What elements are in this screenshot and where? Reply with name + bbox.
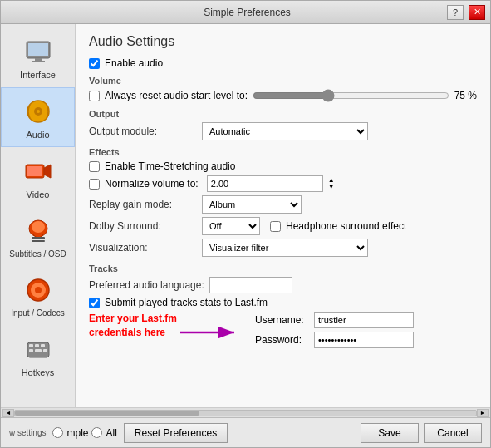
password-label: Password:: [255, 334, 309, 346]
scrollbar-track[interactable]: [14, 410, 477, 416]
viz-row: Visualization: Visualizer filter: [89, 239, 477, 257]
all-radio[interactable]: [91, 427, 102, 438]
replay-row: Replay gain mode: Album Track None: [89, 195, 477, 214]
enable-audio-row: Enable audio: [89, 57, 477, 69]
tracks-header: Tracks: [89, 263, 477, 273]
all-label: All: [106, 427, 116, 439]
username-row: Username:: [255, 312, 414, 328]
svg-rect-23: [43, 349, 47, 352]
sidebar-label-audio: Audio: [26, 130, 49, 140]
radio-group: mple All: [52, 427, 116, 439]
sidebar-item-video[interactable]: Video: [1, 147, 75, 207]
svg-rect-22: [35, 349, 42, 352]
cancel-button[interactable]: Cancel: [424, 423, 482, 443]
save-button[interactable]: Save: [361, 423, 419, 443]
volume-value: 75 %: [454, 90, 477, 101]
sidebar-label-video: Video: [27, 190, 50, 199]
annotation-container: Enter your Last.fm credentials here: [89, 312, 238, 340]
svg-rect-12: [32, 237, 45, 239]
sidebar-label-interface: Interface: [20, 70, 56, 80]
subtitles-icon: [22, 214, 55, 248]
volume-reset-row: Always reset audio start level to: 75 %: [89, 89, 477, 102]
scroll-right-arrow[interactable]: ►: [477, 409, 489, 417]
close-button[interactable]: ✕: [469, 5, 485, 20]
timestretch-row: Enable Time-Stretching audio: [89, 160, 477, 172]
normalize-row: Normalize volume to: ▲ ▼: [89, 175, 477, 192]
sidebar-label-subtitles: Subtitles / OSD: [9, 249, 66, 258]
sidebar-item-subtitles[interactable]: Subtitles / OSD: [1, 207, 75, 266]
svg-point-11: [32, 221, 45, 233]
svg-rect-18: [29, 344, 33, 347]
svg-rect-20: [41, 344, 45, 347]
headphone-label: Headphone surround effect: [286, 220, 406, 232]
sidebar-item-input[interactable]: Input / Codecs: [1, 266, 75, 325]
timestretch-checkbox[interactable]: [89, 161, 100, 172]
video-icon: [22, 155, 55, 188]
settings-label: w settings: [9, 428, 46, 437]
interface-icon: [22, 35, 55, 68]
svg-point-6: [37, 110, 40, 113]
dolby-select[interactable]: Off On Auto: [202, 217, 260, 235]
sidebar-item-audio[interactable]: Audio: [1, 87, 75, 147]
sidebar-label-input: Input / Codecs: [11, 308, 64, 318]
input-icon: [22, 273, 55, 307]
output-header: Output: [89, 109, 477, 119]
output-module-row: Output module: Automatic: [89, 122, 477, 140]
scroll-left-arrow[interactable]: ◄: [2, 409, 14, 417]
sidebar-item-hotkeys[interactable]: Hotkeys: [1, 325, 75, 385]
simple-label: mple: [66, 427, 88, 439]
svg-rect-13: [32, 240, 45, 242]
titlebar-buttons: ? ✕: [447, 5, 485, 20]
svg-marker-8: [44, 165, 51, 178]
annotation-arrow-icon: [180, 320, 247, 345]
output-module-label: Output module:: [89, 126, 197, 137]
simple-radio[interactable]: [52, 427, 63, 438]
volume-header: Volume: [89, 76, 477, 86]
enable-audio-checkbox[interactable]: [89, 58, 100, 69]
svg-rect-3: [32, 61, 45, 62]
headphone-checkbox[interactable]: [270, 221, 281, 232]
timestretch-label: Enable Time-Stretching audio: [105, 160, 235, 172]
main-area: Interface Audio: [1, 24, 490, 407]
volume-slider[interactable]: [253, 89, 449, 102]
password-input[interactable]: [314, 332, 414, 348]
sidebar-label-hotkeys: Hotkeys: [22, 367, 55, 377]
window-title: Simple Preferences: [47, 7, 447, 18]
viz-select[interactable]: Visualizer filter: [202, 239, 368, 257]
scrollbar-thumb[interactable]: [15, 411, 199, 416]
page-title: Audio Settings: [89, 34, 477, 49]
replay-select[interactable]: Album Track None: [202, 195, 302, 214]
lastfm-row: Submit played tracks stats to Last.fm: [89, 297, 477, 308]
preferred-lang-label: Preferred audio language:: [89, 279, 204, 291]
help-button[interactable]: ?: [447, 5, 464, 20]
lastfm-credentials-area: Enter your Last.fm credentials here: [89, 312, 477, 352]
svg-rect-1: [28, 43, 48, 56]
hotkeys-icon: [22, 332, 55, 366]
bottom-right: Save Cancel: [361, 423, 482, 443]
bottom-bar: w settings mple All Reset Preferences Sa…: [1, 417, 490, 447]
content-area: Audio Settings Enable audio Volume Alway…: [76, 24, 490, 407]
lastfm-checkbox[interactable]: [89, 298, 100, 308]
svg-point-16: [35, 287, 42, 293]
credentials-fields: Username: Password:: [255, 312, 414, 352]
sidebar-item-interface[interactable]: Interface: [1, 27, 75, 87]
replay-label: Replay gain mode:: [89, 199, 197, 210]
main-window: Simple Preferences ? ✕ Interface: [0, 0, 491, 448]
username-input[interactable]: [314, 312, 414, 328]
password-row: Password:: [255, 332, 414, 348]
dolby-label: Dolby Surround:: [89, 220, 197, 232]
bottom-left: w settings mple All Reset Preferences: [9, 423, 228, 443]
normalize-value[interactable]: [207, 175, 323, 192]
viz-label: Visualization:: [89, 242, 197, 254]
reset-button[interactable]: Reset Preferences: [124, 423, 228, 443]
horizontal-scrollbar[interactable]: ◄ ►: [1, 407, 490, 417]
titlebar: Simple Preferences ? ✕: [1, 1, 490, 24]
preferred-lang-input[interactable]: [209, 277, 292, 293]
normalize-checkbox[interactable]: [89, 179, 100, 190]
output-module-select[interactable]: Automatic: [202, 122, 368, 140]
sidebar: Interface Audio: [1, 24, 76, 407]
preferred-lang-row: Preferred audio language:: [89, 277, 477, 293]
volume-reset-checkbox[interactable]: [89, 91, 100, 101]
svg-rect-19: [35, 344, 39, 347]
effects-header: Effects: [89, 147, 477, 157]
